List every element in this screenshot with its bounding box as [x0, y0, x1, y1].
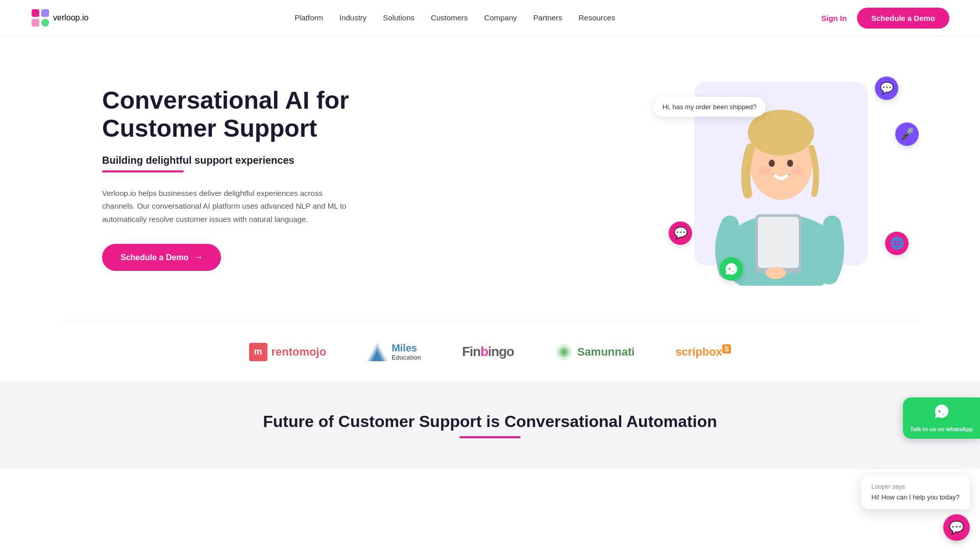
nav-actions: Sign In Schedule a Demo: [821, 8, 949, 29]
rentomojo-icon: m: [249, 343, 267, 361]
nav-company[interactable]: Company: [484, 13, 517, 22]
finbingo-name: Finbingo: [462, 344, 514, 360]
nav-partners[interactable]: Partners: [533, 13, 562, 22]
svg-rect-1: [32, 9, 39, 17]
hero-cta-label: Schedule a Demo: [120, 253, 188, 262]
samunnati-icon: [555, 343, 573, 361]
globe-icon: 🌐: [885, 232, 909, 255]
arrow-right-icon: →: [193, 252, 203, 263]
nav-resources[interactable]: Resources: [579, 13, 616, 22]
rentomojo-name: rentomojo: [272, 345, 327, 359]
hero-underline-decoration: [102, 170, 184, 172]
chat-message: Hi, has my order been shipped?: [663, 103, 756, 111]
logo-rentomojo: m rentomojo: [249, 343, 327, 361]
svg-point-11: [769, 160, 775, 167]
svg-point-12: [787, 160, 793, 167]
hero-title: Conversational AI for Customer Support: [102, 86, 388, 142]
svg-point-15: [766, 267, 786, 279]
nav-platform[interactable]: Platform: [295, 13, 323, 22]
hero-cta-button[interactable]: Schedule a Demo →: [102, 244, 221, 271]
brand-name: verloop.io: [53, 13, 88, 22]
whatsapp-social-icon: [720, 257, 743, 281]
hero-subtitle: Building delightful support experiences: [102, 155, 388, 166]
bottom-underline-decoration: [459, 436, 521, 438]
whatsapp-float-button[interactable]: Talk to us on whatsApp: [903, 397, 980, 439]
nav-links: Platform Industry Solutions Customers Co…: [295, 13, 615, 22]
logo-samunnati: Samunnati: [555, 343, 634, 361]
logo-finbingo: Finbingo: [462, 344, 514, 360]
hero-content: Conversational AI for Customer Support B…: [102, 86, 388, 271]
logo[interactable]: verloop.io: [31, 8, 88, 28]
whatsapp-float-icon: [934, 404, 949, 422]
navbar: verloop.io Platform Industry Solutions C…: [0, 0, 980, 36]
chat-pink-icon: 💬: [669, 221, 692, 245]
hero-description: Verloop.io helps businesses deliver deli…: [102, 187, 352, 226]
svg-point-14: [791, 167, 803, 175]
messenger-icon: 💬: [875, 77, 898, 100]
logo-scripbox: scripboxS: [675, 345, 731, 359]
logo-miles: Miles Education: [367, 342, 421, 361]
scripbox-name: scripboxS: [675, 345, 731, 359]
nav-customers[interactable]: Customers: [431, 13, 468, 22]
hero-section: Conversational AI for Customer Support B…: [0, 36, 980, 321]
svg-point-4: [41, 19, 49, 27]
whatsapp-float-label: Talk to us on whatsApp: [910, 425, 973, 433]
miles-label: Miles Education: [391, 342, 421, 361]
hero-illustration: Hi, has my order been shipped? 💬 🎤 🌐 💬: [664, 71, 919, 286]
svg-point-13: [758, 167, 771, 175]
chat-bubble: Hi, has my order been shipped?: [653, 97, 766, 117]
bottom-title: Future of Customer Support is Conversati…: [61, 412, 919, 431]
svg-rect-2: [41, 9, 49, 17]
miles-icon: [367, 343, 387, 361]
nav-solutions[interactable]: Solutions: [383, 13, 414, 22]
samunnati-name: Samunnati: [577, 345, 634, 359]
svg-rect-7: [758, 217, 799, 268]
bottom-section: Future of Customer Support is Conversati…: [0, 382, 980, 469]
schedule-demo-nav-button[interactable]: Schedule a Demo: [857, 8, 949, 29]
nav-industry[interactable]: Industry: [339, 13, 366, 22]
logos-section: m rentomojo Miles Education Finbingo Sam…: [0, 322, 980, 382]
microphone-icon: 🎤: [895, 122, 919, 146]
svg-point-21: [561, 349, 567, 355]
sign-in-button[interactable]: Sign In: [821, 14, 847, 22]
svg-rect-3: [32, 19, 39, 27]
